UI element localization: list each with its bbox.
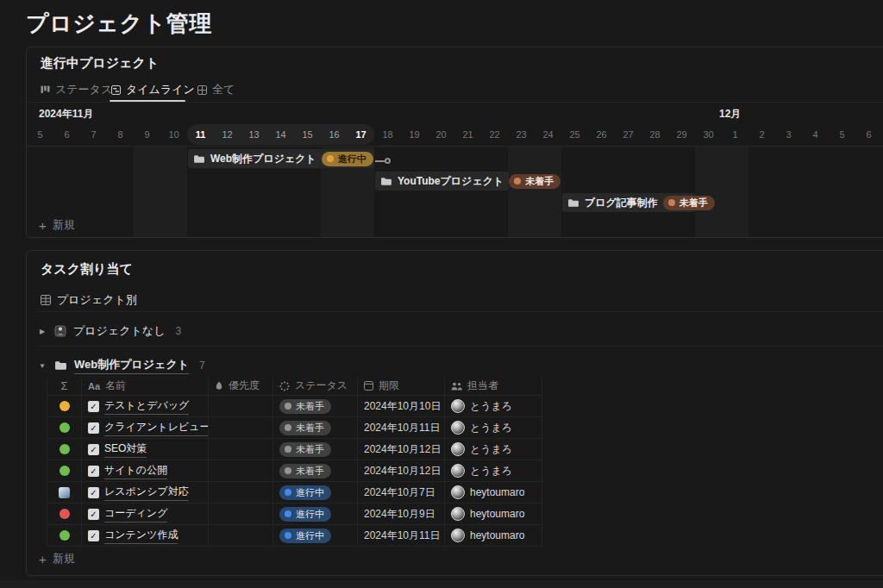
- task-name-cell[interactable]: ✓SEO対策: [82, 439, 209, 460]
- status-cell[interactable]: 進行中: [273, 525, 358, 546]
- task-title[interactable]: コーディング: [104, 506, 167, 522]
- assignee-cell[interactable]: とうまろ: [445, 460, 542, 481]
- timeline-day[interactable]: 22: [481, 129, 508, 140]
- group-row-web-project[interactable]: ▼ Web制作プロジェクト 7: [37, 353, 883, 378]
- due-date-cell[interactable]: 2024年10月12日: [358, 460, 445, 481]
- timeline-bar-blog[interactable]: ブログ記事制作 未着手: [562, 193, 695, 212]
- task-name-cell[interactable]: ✓クライアントレビュー: [82, 417, 209, 438]
- timeline-day[interactable]: 21: [454, 129, 481, 140]
- task-name-cell[interactable]: ✓コンテンツ作成: [82, 525, 209, 546]
- task-title[interactable]: サイトの公開: [104, 463, 167, 479]
- task-title[interactable]: SEO対策: [104, 441, 147, 458]
- header-assignee-column[interactable]: 担当者: [445, 377, 542, 395]
- tab-timeline-view[interactable]: タイムライン: [111, 82, 195, 97]
- header-priority-column[interactable]: 優先度: [209, 377, 273, 395]
- connector-knob[interactable]: [385, 158, 391, 164]
- task-name-cell[interactable]: ✓コーディング: [82, 504, 209, 524]
- timeline-day[interactable]: 28: [642, 129, 668, 140]
- todo-checkbox-checked[interactable]: ✓: [88, 509, 99, 520]
- table-row[interactable]: ✓クライアントレビュー 未着手 2024年10月11日 とうまろ: [47, 417, 542, 439]
- timeline-bar-web[interactable]: Web制作プロジェクト 進行中: [188, 149, 374, 168]
- priority-cell[interactable]: [209, 417, 273, 438]
- group-row-no-project[interactable]: ▶ プロジェクトなし 3: [37, 318, 883, 344]
- chevron-right-icon[interactable]: ▶: [37, 328, 47, 335]
- task-title[interactable]: テストとデバッグ: [104, 398, 189, 415]
- assignee-cell[interactable]: heytoumaro: [445, 482, 542, 503]
- due-date-cell[interactable]: 2024年10月11日: [358, 525, 445, 546]
- timeline-day[interactable]: 30: [695, 129, 722, 140]
- status-cell[interactable]: 進行中: [273, 504, 358, 524]
- status-cell[interactable]: 未着手: [273, 439, 358, 460]
- task-name-cell[interactable]: ✓レスポンシブ対応: [82, 482, 209, 503]
- timeline-day[interactable]: 23: [508, 129, 535, 140]
- status-cell[interactable]: 未着手: [273, 460, 358, 481]
- assignee-cell[interactable]: heytoumaro: [445, 525, 542, 546]
- priority-cell[interactable]: [209, 439, 273, 460]
- timeline-day[interactable]: 6: [855, 129, 882, 140]
- table-row[interactable]: ✓テストとデバッグ 未着手 2024年10月10日 とうまろ: [47, 396, 542, 417]
- due-date-cell[interactable]: 2024年10月7日: [358, 482, 445, 503]
- timeline-day[interactable]: 27: [615, 129, 642, 140]
- timeline-day[interactable]: 20: [428, 129, 454, 140]
- table-row[interactable]: ✓コーディング 進行中 2024年10月9日 heytoumaro: [47, 504, 542, 525]
- timeline-day[interactable]: 24: [535, 129, 561, 140]
- task-title[interactable]: コンテンツ作成: [104, 528, 178, 544]
- timeline-day[interactable]: 5: [27, 129, 53, 140]
- timeline-day[interactable]: 12: [214, 129, 241, 140]
- timeline-day[interactable]: 29: [668, 129, 695, 140]
- timeline-day[interactable]: 7: [80, 129, 107, 140]
- timeline-day[interactable]: 2: [748, 129, 775, 140]
- timeline-day[interactable]: 11: [187, 129, 214, 140]
- timeline-day[interactable]: 17: [348, 129, 374, 140]
- task-title[interactable]: クライアントレビュー: [104, 420, 209, 436]
- timeline-day[interactable]: 19: [401, 129, 428, 140]
- table-row[interactable]: ✓サイトの公開 未着手 2024年10月12日 とうまろ: [47, 460, 542, 482]
- priority-cell[interactable]: [209, 525, 273, 546]
- timeline-day[interactable]: 18: [374, 129, 401, 140]
- new-project-button[interactable]: + 新規: [39, 217, 75, 233]
- timeline-day[interactable]: 26: [588, 129, 615, 140]
- group-name[interactable]: Web制作プロジェクト: [74, 357, 189, 374]
- chevron-down-icon[interactable]: ▼: [37, 362, 47, 370]
- header-due-column[interactable]: 期限: [358, 377, 445, 395]
- header-name-column[interactable]: Aa名前: [82, 377, 209, 395]
- dependency-connector[interactable]: [375, 158, 391, 165]
- todo-checkbox-checked[interactable]: ✓: [88, 466, 99, 477]
- assignee-cell[interactable]: heytoumaro: [445, 504, 542, 524]
- timeline-day[interactable]: 6: [53, 129, 80, 140]
- task-title[interactable]: レスポンシブ対応: [104, 485, 189, 501]
- timeline-day[interactable]: 10: [160, 129, 187, 140]
- timeline-day[interactable]: 13: [241, 129, 267, 140]
- status-cell[interactable]: 進行中: [273, 482, 358, 503]
- todo-checkbox-checked[interactable]: ✓: [88, 444, 99, 455]
- new-task-button[interactable]: + 新規: [39, 551, 75, 566]
- tab-all-view[interactable]: 全て: [197, 82, 235, 97]
- timeline-day[interactable]: 15: [294, 129, 321, 140]
- task-name-cell[interactable]: ✓テストとデバッグ: [82, 396, 209, 416]
- todo-checkbox-checked[interactable]: ✓: [88, 422, 99, 434]
- priority-cell[interactable]: [209, 482, 273, 503]
- timeline-day[interactable]: 1: [722, 129, 748, 140]
- timeline-bar-youtube[interactable]: YouTubeプロジェクト 未着手: [375, 172, 509, 191]
- assignee-cell[interactable]: とうまろ: [445, 439, 542, 460]
- todo-checkbox-checked[interactable]: ✓: [88, 530, 99, 541]
- timeline-day[interactable]: 16: [321, 129, 348, 140]
- table-row[interactable]: ✓レスポンシブ対応 進行中 2024年10月7日 heytoumaro: [47, 482, 542, 504]
- timeline-day[interactable]: 25: [561, 129, 588, 140]
- todo-checkbox-checked[interactable]: ✓: [88, 401, 99, 412]
- table-row[interactable]: ✓SEO対策 未着手 2024年10月12日 とうまろ: [47, 439, 542, 460]
- timeline-day[interactable]: 14: [267, 129, 294, 140]
- timeline-day[interactable]: 9: [134, 129, 160, 140]
- timeline-day[interactable]: 4: [802, 129, 829, 140]
- header-formula-column[interactable]: Σ: [47, 377, 82, 395]
- header-status-column[interactable]: ステータス: [273, 377, 358, 395]
- due-date-cell[interactable]: 2024年10月9日: [358, 504, 445, 524]
- priority-cell[interactable]: [209, 460, 273, 481]
- priority-cell[interactable]: [209, 504, 273, 524]
- todo-checkbox-checked[interactable]: ✓: [88, 487, 99, 498]
- timeline-day[interactable]: 5: [829, 129, 855, 140]
- timeline-day[interactable]: 8: [107, 129, 134, 140]
- due-date-cell[interactable]: 2024年10月10日: [358, 396, 445, 416]
- view-tab-by-project[interactable]: プロジェクト別: [41, 292, 137, 308]
- tab-status-view[interactable]: ステータス: [41, 82, 112, 97]
